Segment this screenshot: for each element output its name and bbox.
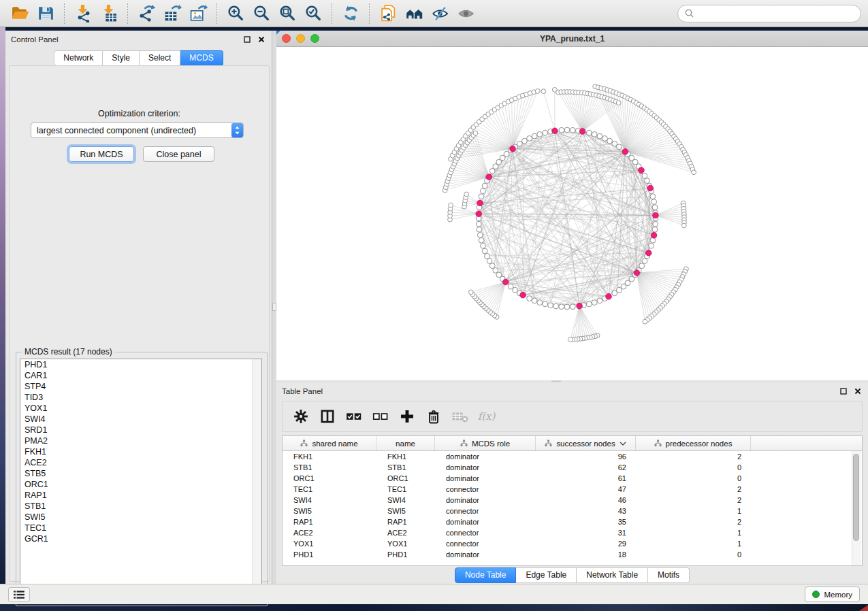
column-header-successor-nodes[interactable]: successor nodes — [536, 436, 636, 450]
ring-node[interactable] — [652, 205, 658, 210]
table-panel-close-button[interactable] — [853, 386, 863, 396]
mcds-hub-node[interactable] — [647, 185, 654, 191]
ring-node[interactable] — [586, 130, 592, 135]
ring-node[interactable] — [642, 259, 647, 264]
tab-edge-table[interactable]: Edge Table — [516, 567, 577, 583]
ring-node[interactable] — [482, 248, 487, 254]
ring-node[interactable] — [592, 300, 597, 306]
table-row[interactable]: RAP1RAP1dominator352 — [283, 516, 862, 527]
ring-node[interactable] — [485, 254, 490, 259]
add-column-button[interactable] — [397, 405, 417, 428]
table-scrollbar-thumb[interactable] — [853, 454, 859, 541]
leaf-node[interactable] — [568, 337, 573, 342]
mcds-result-item[interactable]: TID3 — [20, 392, 261, 403]
ring-node[interactable] — [650, 194, 656, 199]
table-row[interactable]: PHD1PHD1dominator180 — [283, 549, 862, 560]
ring-node[interactable] — [489, 168, 495, 174]
ring-node[interactable] — [487, 259, 492, 264]
ring-node[interactable] — [548, 303, 553, 308]
ring-node[interactable] — [522, 138, 528, 144]
leaf-node[interactable] — [692, 170, 696, 175]
ring-node[interactable] — [532, 298, 537, 303]
mcds-hub-node[interactable] — [634, 270, 640, 276]
zoom-fit-button[interactable] — [276, 3, 299, 24]
mcds-hub-node[interactable] — [510, 146, 516, 152]
tab-mcds[interactable]: MCDS — [180, 50, 223, 66]
import-table-button[interactable] — [97, 3, 120, 24]
houses-button[interactable] — [402, 3, 425, 24]
show-columns-button[interactable] — [317, 405, 338, 428]
search-box[interactable] — [677, 5, 861, 22]
mcds-hub-node[interactable] — [476, 211, 482, 217]
ring-node[interactable] — [612, 141, 617, 146]
ring-node[interactable] — [527, 136, 532, 142]
ring-node[interactable] — [653, 221, 658, 227]
mcds-hub-node[interactable] — [579, 129, 585, 135]
mcds-result-item[interactable]: PHD1 — [20, 359, 261, 370]
mcds-result-item[interactable]: SRD1 — [20, 425, 261, 435]
export-network-button[interactable] — [135, 3, 158, 24]
mcds-result-item[interactable]: RAP1 — [20, 490, 261, 501]
ring-node[interactable] — [477, 227, 482, 232]
mcds-hub-node[interactable] — [622, 149, 628, 155]
mcds-result-item[interactable]: STP4 — [20, 381, 261, 392]
ring-node[interactable] — [612, 291, 617, 296]
ring-node[interactable] — [537, 300, 543, 306]
column-header-shared-name[interactable]: shared name — [283, 436, 376, 450]
import-network-button[interactable] — [71, 3, 95, 24]
zoom-out-button[interactable] — [250, 3, 273, 24]
ring-node[interactable] — [652, 227, 658, 232]
clear-selection-button[interactable] — [370, 405, 391, 428]
mcds-hub-node[interactable] — [552, 128, 558, 134]
mcds-hub-node[interactable] — [639, 167, 645, 174]
column-header-name[interactable]: name — [376, 436, 435, 450]
mcds-hub-node[interactable] — [606, 294, 612, 300]
leaf-node[interactable] — [643, 319, 647, 324]
tab-node-table[interactable]: Node Table — [455, 567, 517, 583]
table-row[interactable]: SWI5SWI5connector431 — [283, 506, 862, 516]
ring-node[interactable] — [564, 304, 570, 310]
ring-node[interactable] — [559, 304, 564, 310]
table-row[interactable]: ACE2ACE2connector311 — [283, 527, 862, 538]
leaf-node[interactable] — [535, 89, 540, 94]
mcds-result-item[interactable]: STB1 — [20, 501, 261, 512]
optimization-criterion-select[interactable]: largest connected component (undirected) — [31, 122, 244, 138]
mcds-hub-node[interactable] — [520, 292, 526, 298]
mcds-result-item[interactable]: ACE2 — [20, 457, 261, 468]
ring-node[interactable] — [513, 287, 518, 293]
ring-node[interactable] — [597, 133, 602, 139]
ring-node[interactable] — [553, 303, 559, 309]
ring-node[interactable] — [508, 284, 513, 289]
tab-network[interactable]: Network — [54, 50, 103, 66]
leaf-node[interactable] — [464, 192, 469, 197]
table-panel-float-button[interactable] — [839, 386, 848, 396]
ring-node[interactable] — [476, 221, 481, 227]
ring-node[interactable] — [559, 127, 564, 133]
ring-node[interactable] — [649, 243, 654, 248]
select-all-button[interactable] — [344, 405, 364, 428]
column-header-predecessor-nodes[interactable]: predecessor nodes — [636, 436, 751, 450]
network-canvas[interactable] — [276, 47, 868, 380]
leaf-node[interactable] — [681, 223, 686, 228]
eye-slash-button[interactable] — [428, 3, 451, 24]
memory-button[interactable]: Memory — [805, 587, 860, 602]
mcds-result-item[interactable]: FKH1 — [20, 446, 261, 457]
ring-node[interactable] — [482, 183, 487, 188]
ring-node[interactable] — [477, 233, 483, 238]
ring-node[interactable] — [617, 287, 622, 293]
ring-node[interactable] — [607, 138, 613, 144]
table-row[interactable]: YOX1YOX1connector291 — [283, 538, 862, 549]
mcds-hub-node[interactable] — [502, 279, 509, 285]
ring-node[interactable] — [489, 263, 495, 269]
leaf-node[interactable] — [541, 89, 546, 94]
leaf-node[interactable] — [473, 131, 478, 135]
mcds-result-list[interactable]: PHD1CAR1STP4TID3YOX1SWI4SRD1PMA2FKH1ACE2… — [20, 359, 262, 598]
settings-gear-button[interactable] — [291, 405, 311, 428]
ring-node[interactable] — [586, 301, 592, 307]
mcds-result-item[interactable]: SWI4 — [20, 414, 261, 425]
column-header-MCDS-role[interactable]: MCDS role — [435, 436, 536, 450]
mcds-result-item[interactable]: PMA2 — [20, 435, 261, 446]
table-row[interactable]: FKH1FKH1dominator962 — [283, 451, 862, 462]
zoom-selected-button[interactable] — [302, 3, 325, 24]
ring-node[interactable] — [481, 243, 486, 248]
